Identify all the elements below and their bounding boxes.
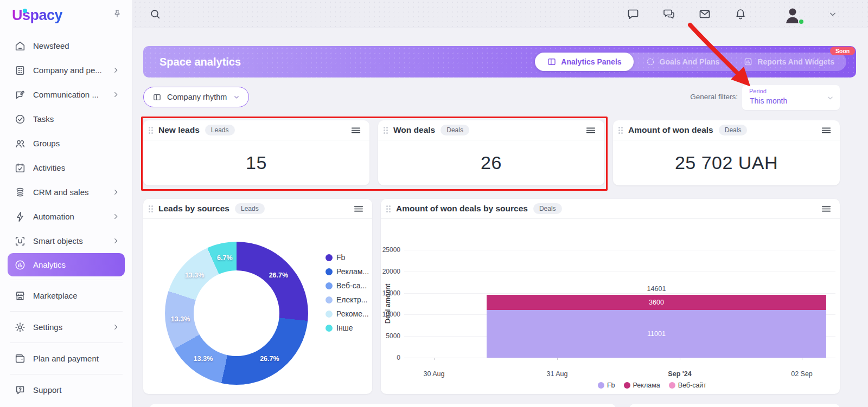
legend-item[interactable]: Fb	[598, 382, 615, 389]
sidebar-item-groups[interactable]: Groups	[8, 131, 125, 156]
slice-percin-label: 13.3%	[171, 315, 190, 323]
online-status-dot	[798, 18, 805, 25]
drag-handle-icon[interactable]	[149, 205, 153, 212]
sidebar-item-tasks[interactable]: Tasks	[8, 107, 125, 131]
drag-handle-icon[interactable]	[384, 127, 388, 134]
x-axis-tick-mark	[802, 358, 802, 360]
sidebar-item-label: Marketplace	[33, 291, 78, 300]
pin-icon[interactable]	[112, 9, 123, 22]
stat-card-amount-won-deals: Amount of won deals Deals 25 702 UAH	[613, 120, 840, 185]
search-icon[interactable]	[148, 7, 162, 21]
general-filters-label: General filters:	[667, 93, 738, 101]
bell-icon[interactable]	[733, 7, 748, 21]
bar-legend: FbРекламаВеб-сайт	[598, 382, 706, 389]
drag-handle-icon[interactable]	[618, 127, 623, 134]
stat-card-new-leads: New leads Leads 15	[143, 120, 369, 185]
tab-reports-and-widgets[interactable]: Reports And Widgets	[731, 53, 846, 71]
chat-icon[interactable]	[626, 7, 640, 21]
sidebar-item-plan-and-payment[interactable]: Plan and payment	[8, 346, 125, 371]
x-axis-tick-mark	[680, 358, 680, 360]
sidebar-item-label: Newsfeed	[33, 41, 69, 50]
board-selector[interactable]: Company rhythm	[143, 87, 249, 107]
menu-icon[interactable]	[820, 124, 832, 136]
messenger-icon[interactable]	[662, 7, 676, 21]
x-axis-tick: 30 Aug	[424, 370, 445, 378]
bar-segment-label: 3600	[649, 299, 664, 306]
tab-label: Reports And Widgets	[757, 57, 834, 66]
nav-divider	[10, 343, 123, 343]
sidebar-item-label: Company and pe...	[33, 66, 102, 75]
sidebar-item-communication[interactable]: Communication ...	[8, 82, 125, 107]
sidebar-item-crm-and-sales[interactable]: CRM and sales	[8, 180, 125, 204]
uspacy-logo[interactable]: Uspacy	[12, 7, 62, 24]
tab-analytics-panels[interactable]: Analytics Panels	[535, 53, 633, 71]
legend-item[interactable]: Реклам...	[326, 264, 369, 279]
slice-percin-label: 6.7%	[217, 254, 233, 262]
donut-chart: 26.7%26.7%13.3%13.3%13.3%6.7%FbРеклам...…	[143, 219, 372, 394]
card-title: New leads	[158, 125, 200, 135]
bar-segment-label: 11001	[647, 330, 666, 338]
sidebar-item-label: Plan and payment	[33, 354, 99, 363]
board-selector-label: Company rhythm	[167, 93, 227, 101]
store-icon	[14, 290, 26, 302]
legend-item[interactable]: Веб-сайт	[669, 382, 706, 389]
drag-handle-icon[interactable]	[149, 127, 153, 134]
soon-badge: Soon	[830, 47, 855, 55]
menu-icon[interactable]	[350, 124, 362, 136]
panels-icon	[547, 57, 557, 67]
user-avatar[interactable]	[783, 4, 804, 24]
sidebar-item-label: Support	[33, 385, 62, 395]
smart-objects-icon	[14, 235, 26, 247]
bar-segment-Fb[interactable]: 11001	[487, 310, 826, 358]
sidebar-item-automation[interactable]: Automation	[8, 204, 125, 229]
legend-item[interactable]: Інше	[326, 321, 369, 335]
legend-label: Fb	[607, 382, 615, 389]
legend-item[interactable]: Реклама	[624, 382, 660, 389]
card-title: Leads by sources	[158, 204, 229, 214]
legend-label: Електр...	[336, 295, 367, 304]
sidebar-item-activities[interactable]: Activities	[8, 156, 125, 180]
card-badge: Deals	[719, 125, 748, 135]
account-chevron-down-icon[interactable]	[826, 7, 840, 21]
page-header-banner: Space analytics Analytics Panels Goals A…	[143, 46, 856, 77]
mail-icon[interactable]	[698, 7, 712, 21]
legend-label: Fb	[336, 253, 345, 262]
card-header: Won deals Deals	[378, 120, 604, 140]
sidebar-item-marketplace[interactable]: Marketplace	[8, 283, 125, 308]
legend-item[interactable]: Рекоме...	[326, 307, 369, 321]
menu-icon[interactable]	[353, 203, 365, 215]
topbar-actions	[626, 0, 840, 28]
nav-divider	[10, 280, 123, 280]
slice-percin-label: 13.3%	[194, 355, 213, 363]
menu-icon[interactable]	[820, 203, 832, 215]
sidebar-item-company-and-pe[interactable]: Company and pe...	[8, 58, 125, 82]
tab-goals-and-plans[interactable]: Goals And Plans	[634, 53, 732, 71]
x-axis-tick: 02 Sep	[791, 370, 813, 378]
check-circle-icon	[14, 113, 26, 125]
sidebar-item-smart-objects[interactable]: Smart objects	[8, 229, 125, 253]
slice-percin-label: 26.7%	[269, 272, 288, 279]
sidebar-item-label: Automation	[33, 212, 74, 221]
analytics-icon	[14, 259, 26, 271]
x-axis-tick: Sep '24	[668, 370, 691, 378]
sidebar-item-analytics[interactable]: Analytics	[8, 253, 125, 276]
legend-dot	[326, 296, 333, 303]
legend-item[interactable]: Веб-са...	[326, 279, 369, 293]
donut-legend: FbРеклам...Веб-са...Електр...Рекоме...Ін…	[326, 250, 369, 335]
sidebar-item-settings[interactable]: Settings	[8, 315, 125, 339]
gear-icon	[14, 321, 26, 333]
sidebar-item-support[interactable]: Support	[8, 378, 125, 402]
calendar-check-icon	[14, 162, 26, 174]
sidebar-item-newsfeed[interactable]: Newsfeed	[8, 34, 125, 58]
legend-item[interactable]: Fb	[326, 250, 369, 264]
menu-icon[interactable]	[585, 124, 597, 136]
card-badge: Deals	[533, 203, 562, 214]
legend-label: Інше	[336, 324, 353, 332]
bar-segment-Реклама[interactable]: 3600	[487, 295, 826, 311]
period-filter[interactable]: Period This month	[742, 85, 840, 110]
legend-label: Веб-са...	[336, 281, 367, 290]
legend-item[interactable]: Електр...	[326, 293, 369, 307]
drag-handle-icon[interactable]	[386, 205, 391, 212]
stat-value: 26	[378, 140, 604, 185]
sidebar-nav: NewsfeedCompany and pe...Communication .…	[0, 30, 132, 402]
